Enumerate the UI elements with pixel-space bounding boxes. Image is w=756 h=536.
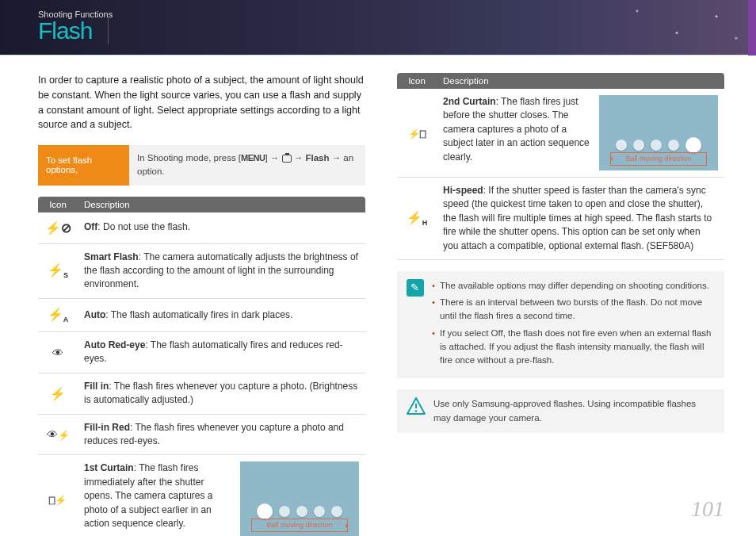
table-row: ⚡⎕ 2nd Curtain: The flash fires just bef… [397, 89, 724, 178]
row-body: : The flash automatically fires in dark … [105, 309, 292, 320]
th-desc: Description [78, 197, 365, 212]
table-row: ⚡ Fill-in Red: The flash fires whenever … [38, 414, 365, 455]
row-body: : Do not use the flash. [97, 221, 190, 232]
th-icon: Icon [397, 73, 437, 89]
intro-text: In order to capture a realistic photo of… [38, 73, 365, 132]
warning-icon [407, 397, 426, 415]
flash-table-left: Icon Description ⚡⊘ Off: Do not use the … [38, 197, 365, 537]
flash-table-right: Icon Description ⚡⎕ 2nd Curtain: The fla… [397, 73, 724, 260]
left-column: In order to capture a realistic photo of… [38, 73, 365, 536]
row-title: Smart Flash [84, 251, 139, 262]
note-list: The available options may differ dependi… [432, 279, 715, 371]
row-title: 2nd Curtain [443, 96, 496, 107]
auto-flash-icon: ⚡A [38, 298, 78, 331]
th-desc: Description [437, 73, 724, 89]
fillin-red-icon: ⚡ [38, 414, 78, 455]
auto-redeye-icon [38, 332, 78, 373]
page-header: Shooting Functions Flash [0, 0, 756, 56]
table-row: ⚡ Fill in: The flash fires whenever you … [38, 373, 365, 414]
fillin-icon: ⚡ [38, 373, 78, 414]
note-item: If you select Off, the flash does not fi… [432, 327, 715, 368]
howto-pre: In Shooting mode, press [ [137, 153, 241, 163]
howto-steps: In Shooting mode, press [MENU] → → Flash… [129, 145, 365, 186]
note-item: The available options may differ dependi… [432, 279, 715, 293]
menu-key: MENU [241, 153, 265, 163]
row-body: : The flash fires whenever you capture a… [84, 381, 357, 405]
camera-icon [282, 155, 292, 163]
table-row: ⚡H Hi-speed: If the shutter speed is fas… [397, 178, 724, 260]
breadcrumb: Shooting Functions [38, 10, 756, 19]
howto-flash: Flash [305, 153, 329, 163]
warning-box: Use only Samsung-approved flashes. Using… [397, 389, 724, 433]
row-title: Fill-in Red [84, 422, 130, 433]
table-row: ⚡⊘ Off: Do not use the flash. [38, 212, 365, 244]
second-curtain-photo: Ball moving direction [599, 95, 718, 170]
right-column: Icon Description ⚡⎕ 2nd Curtain: The fla… [397, 73, 724, 536]
howto-label: To set flash options, [38, 145, 129, 186]
ball-direction-label: Ball moving direction [251, 519, 348, 532]
howto-mid2: → [292, 153, 306, 163]
howto-box: To set flash options, In Shooting mode, … [38, 145, 365, 186]
second-curtain-icon: ⚡⎕ [397, 89, 437, 178]
row-title: Auto Red-eye [84, 339, 145, 350]
th-icon: Icon [38, 197, 78, 212]
table-row: ⚡S Smart Flash: The camera automatically… [38, 243, 365, 298]
accent-bar [748, 0, 756, 56]
hispeed-icon: ⚡H [397, 178, 437, 260]
flash-off-icon: ⚡⊘ [38, 212, 78, 244]
page-title: Flash [38, 17, 109, 44]
table-row: ⚡A Auto: The flash automatically fires i… [38, 298, 365, 331]
content-columns: In order to capture a realistic photo of… [0, 56, 756, 536]
svg-point-2 [415, 411, 418, 413]
note-icon [407, 279, 424, 297]
row-title: Auto [84, 309, 105, 320]
table-row: ⎕⚡ 1st Curtain: The flash fires immediat… [38, 455, 365, 536]
table-row: Auto Red-eye: The flash automatically fi… [38, 332, 365, 373]
row-body: : If the shutter speed is faster than th… [443, 185, 712, 251]
note-item: There is an interval between two bursts … [432, 296, 715, 324]
howto-mid1: ] → [265, 153, 281, 163]
row-title: 1st Curtain [84, 462, 134, 473]
page-number: 101 [691, 496, 724, 522]
first-curtain-icon: ⎕⚡ [38, 455, 78, 536]
ball-direction-label: Ball moving direction [610, 152, 707, 166]
warning-text: Use only Samsung-approved flashes. Using… [433, 397, 715, 425]
note-box: The available options may differ dependi… [397, 271, 724, 379]
smart-flash-icon: ⚡S [38, 243, 78, 298]
row-title: Hi-speed [443, 185, 483, 196]
row-title: Fill in [84, 381, 109, 392]
first-curtain-photo: Ball moving direction [240, 461, 359, 536]
row-title: Off [84, 221, 97, 232]
